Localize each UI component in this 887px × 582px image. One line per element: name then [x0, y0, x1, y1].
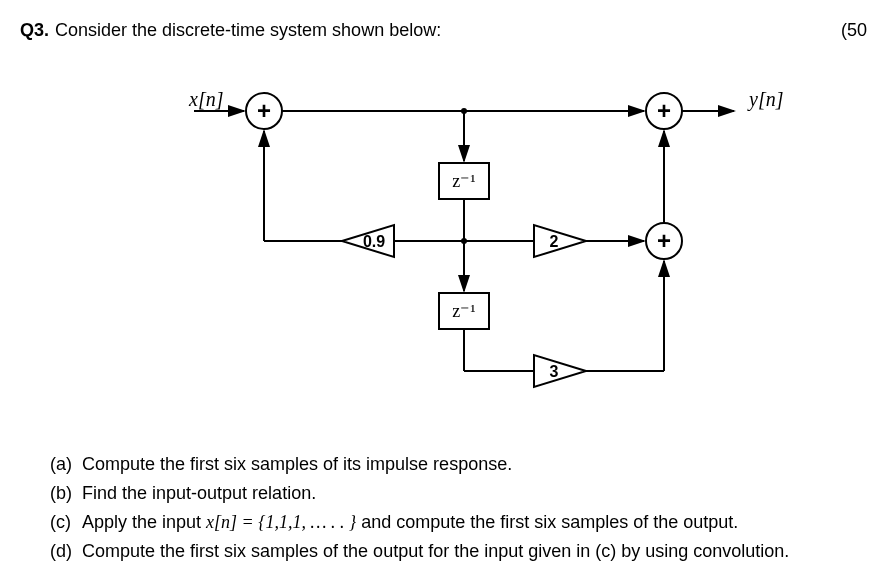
input-label: x[n]	[188, 88, 223, 110]
question-prompt: Consider the discrete-time system shown …	[55, 20, 441, 41]
part-text: Compute the first six samples of the out…	[82, 538, 867, 565]
question-marks: (50	[841, 20, 867, 41]
delay-2-label: z⁻¹	[452, 301, 475, 321]
part-b: (b) Find the input-output relation.	[50, 480, 867, 507]
summer-right-mid-symbol: +	[656, 227, 670, 254]
gain-ff2	[534, 355, 586, 387]
question-parts: (a) Compute the first six samples of its…	[20, 451, 867, 565]
gain-ff1-label: 2	[549, 233, 558, 250]
summer-left-symbol: +	[256, 97, 270, 124]
summer-right-top-symbol: +	[656, 97, 670, 124]
part-d: (d) Compute the first six samples of the…	[50, 538, 867, 565]
part-label: (c)	[50, 509, 76, 536]
part-a: (a) Compute the first six samples of its…	[50, 451, 867, 478]
gain-feedback-label: 0.9	[362, 233, 384, 250]
part-text: Compute the first six samples of its imp…	[82, 451, 867, 478]
output-label: y[n]	[747, 88, 783, 111]
part-label: (d)	[50, 538, 76, 565]
question-header: Q3. Consider the discrete-time system sh…	[20, 20, 867, 41]
block-diagram: x[n] + + y[n] z⁻¹ 0.9	[20, 61, 867, 421]
question-title: Q3. Consider the discrete-time system sh…	[20, 20, 441, 41]
gain-ff1	[534, 225, 586, 257]
part-text: Apply the input x[n] = {1,1,1, … . . } a…	[82, 509, 867, 536]
part-text: Find the input-output relation.	[82, 480, 867, 507]
question-number: Q3.	[20, 20, 49, 41]
part-label: (a)	[50, 451, 76, 478]
part-label: (b)	[50, 480, 76, 507]
gain-ff2-label: 3	[549, 363, 558, 380]
part-c-math: x[n] = {1,1,1, … . . }	[206, 512, 356, 532]
part-c-suffix: and compute the first six samples of the…	[356, 512, 738, 532]
signal-flow-svg: x[n] + + y[n] z⁻¹ 0.9	[94, 61, 794, 421]
delay-1-label: z⁻¹	[452, 171, 475, 191]
part-c-prefix: Apply the input	[82, 512, 206, 532]
part-c: (c) Apply the input x[n] = {1,1,1, … . .…	[50, 509, 867, 536]
